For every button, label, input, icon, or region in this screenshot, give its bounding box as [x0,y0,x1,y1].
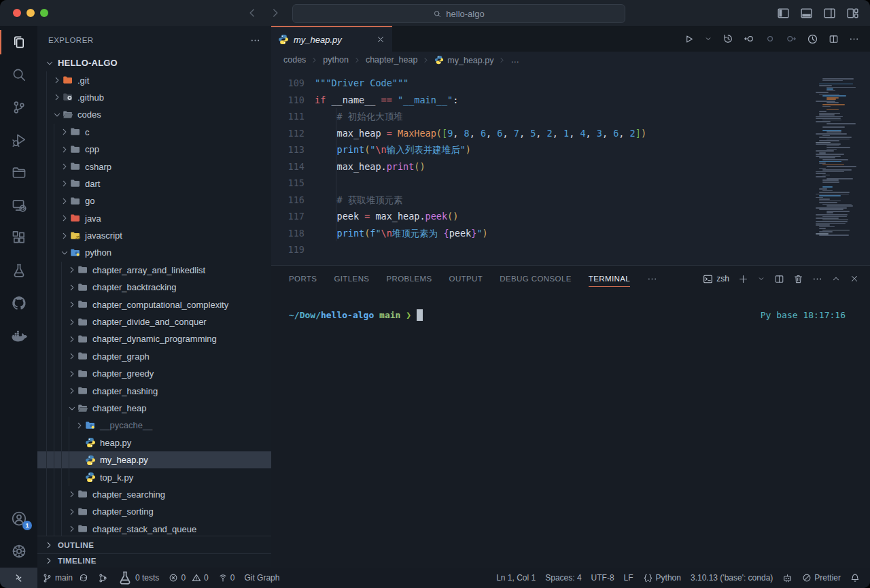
activity-source-control[interactable] [0,91,37,124]
tree-item-chapter-backtracking[interactable]: chapter_backtracking [37,279,271,296]
language-mode-button[interactable]: Python [638,568,686,588]
plus-icon[interactable] [738,274,748,284]
split-icon[interactable] [829,34,839,44]
chev-up-icon[interactable] [831,274,841,283]
activity-search[interactable] [0,58,37,91]
layout-sidebar-left-icon[interactable] [777,7,790,20]
eol-button[interactable]: LF [619,568,638,588]
tree-item-chapter-hashing[interactable]: chapter_hashing [37,382,271,399]
tests-button[interactable]: 0 tests [113,568,164,588]
panel-more-icon[interactable] [647,274,657,284]
breadcrumb-item[interactable]: my_heap.py [434,54,493,65]
command-center-search[interactable]: hello-algo [292,4,625,23]
tree-item-chapter-array-and-linkedlist[interactable]: chapter_array_and_linkedlist [37,262,271,279]
timeline-section[interactable]: TIMELINE [37,553,271,568]
tree-item--github[interactable]: .github [37,89,271,106]
layout-custom-icon[interactable] [846,7,859,20]
tree-item-c[interactable]: c [37,124,271,141]
circle-icon[interactable] [765,33,776,44]
back-button[interactable] [246,7,258,19]
terminal[interactable]: ~/Dow/hello-algo main ❯Py base 18:17:16 [271,292,870,568]
activity-run-and-debug[interactable] [0,124,37,156]
next-change-icon[interactable] [786,33,797,44]
more-icon[interactable] [849,34,859,44]
play-icon[interactable] [684,34,694,44]
remote-indicator-button[interactable] [0,568,37,588]
tree-item-chapter-computational-complexity[interactable]: chapter_computational_complexity [37,296,271,313]
chev-down-sm-icon[interactable] [704,35,712,43]
activity-testing[interactable] [0,254,37,287]
activity-github[interactable] [0,287,37,319]
tab-my-heap-py[interactable]: my_heap.py [271,26,392,52]
activity-accounts[interactable]: 1 [0,502,37,535]
breadcrumb-item[interactable]: … [510,55,519,65]
layout-sidebar-right-icon[interactable] [823,7,836,20]
tree-item-cpp[interactable]: cpp [37,141,271,158]
tree-item-chapter-stack-and-queue[interactable]: chapter_stack_and_queue [37,521,271,536]
close-window-button[interactable] [13,9,21,17]
prettier-button[interactable]: Prettier [797,568,846,588]
panel-tab-gitlens[interactable]: GITLENS [334,266,369,292]
minimap[interactable] [816,78,860,237]
close-tab-icon[interactable] [376,35,385,44]
panel-tab-problems[interactable]: PROBLEMS [386,266,432,292]
chev-down-sm-icon[interactable] [757,275,765,283]
panel-tab-debug-console[interactable]: DEBUG CONSOLE [500,266,572,292]
panel-tab-terminal[interactable]: TERMINAL [589,266,630,292]
tree-item--pycache-[interactable]: __pycache__ [37,417,271,434]
trash-icon[interactable] [793,274,803,284]
activity-docker[interactable] [0,319,37,352]
activity-extensions[interactable] [0,222,37,254]
tree-item-chapter-sorting[interactable]: chapter_sorting [37,503,271,520]
tree-item-hello-algo[interactable]: HELLO-ALGO [37,54,271,71]
activity-file-manager[interactable] [0,156,37,189]
panel-tab-ports[interactable]: PORTS [289,266,317,292]
tree-item-chapter-heap[interactable]: chapter_heap [37,400,271,417]
split-icon[interactable] [774,274,784,284]
close-icon[interactable] [850,274,859,283]
tree-item-python[interactable]: python [37,244,271,261]
breadcrumb-item[interactable]: codes [283,55,306,65]
prev-change-icon[interactable] [744,33,754,44]
tree-item-heap-py[interactable]: heap.py [37,434,271,451]
outline-section[interactable]: OUTLINE [37,536,271,553]
indentation-button[interactable]: Spaces: 4 [540,568,586,588]
git-graph-view-button[interactable] [93,568,113,588]
forward-button[interactable] [269,7,281,19]
panel-tab-output[interactable]: OUTPUT [449,266,483,292]
notifications-button[interactable] [846,568,865,588]
tree-item-javascript[interactable]: JSjavascript [37,227,271,244]
explorer-more-actions-icon[interactable] [250,35,260,46]
breadcrumb-item[interactable]: python [323,55,349,65]
minimize-window-button[interactable] [27,9,35,17]
tree-item-my-heap-py[interactable]: my_heap.py [37,451,271,468]
layout-panel-icon[interactable] [800,7,813,20]
tree-item-dart[interactable]: dart [37,175,271,192]
tree-item-chapter-graph[interactable]: chapter_graph [37,348,271,365]
activity-settings[interactable] [0,535,37,568]
tree-item-chapter-greedy[interactable]: chapter_greedy [37,365,271,382]
feedback-button[interactable]: 0 [213,568,240,588]
terminal-profile[interactable]: zsh [703,274,729,284]
more-icon[interactable] [812,274,822,284]
python-interpreter-button[interactable]: 3.10.13 ('base': conda) [686,568,778,588]
tree-item-csharp[interactable]: csharp [37,158,271,175]
code-editor[interactable]: 109"""Driver Code"""110if __name__ == "_… [271,68,870,265]
git-branch-button[interactable]: main [37,568,93,588]
activity-remote-explorer[interactable] [0,189,37,222]
tree-item-go[interactable]: go [37,192,271,209]
tree-item--git[interactable]: .git [37,71,271,88]
tree-item-chapter-divide-and-conquer[interactable]: chapter_divide_and_conquer [37,313,271,330]
tree-item-java[interactable]: java [37,210,271,227]
tree-item-chapter-dynamic-programming[interactable]: chapter_dynamic_programming [37,330,271,347]
encoding-button[interactable]: UTF-8 [587,568,619,588]
problems-button[interactable]: 00 [164,568,213,588]
activity-explorer[interactable] [0,26,37,58]
tree-item-codes[interactable]: codes [37,106,271,123]
copilot-button[interactable] [778,568,797,588]
cursor-position-button[interactable]: Ln 1, Col 1 [491,568,540,588]
breadcrumb-item[interactable]: chapter_heap [366,55,417,65]
history-icon[interactable] [723,33,733,44]
gitlens-icon[interactable] [807,33,818,45]
tree-item-chapter-searching[interactable]: chapter_searching [37,486,271,503]
